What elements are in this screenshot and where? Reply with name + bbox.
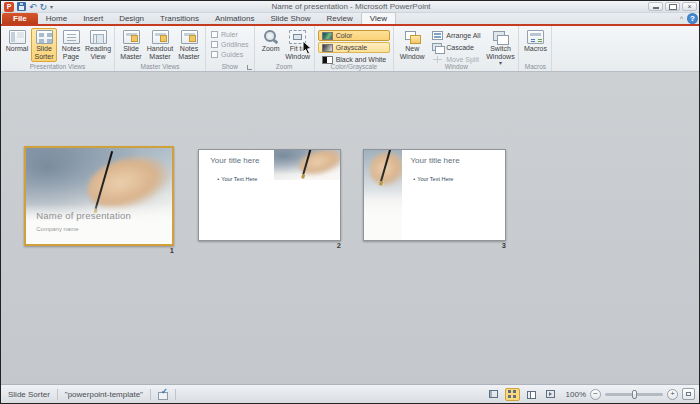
group-label-show: Show (206, 63, 254, 70)
slide-sorter-shortcut[interactable] (505, 388, 520, 401)
cascade-button[interactable]: Cascade (428, 42, 484, 53)
slide-show-shortcut[interactable] (543, 388, 558, 401)
ribbon-view-tab: Normal Slide Sorter Notes Page Reading V… (1, 26, 700, 72)
reading-view-shortcut[interactable] (524, 388, 539, 401)
slide-number: 2 (337, 241, 341, 250)
handout-master-button[interactable]: Handout Master (145, 28, 175, 62)
undo-icon[interactable]: ↶ (29, 2, 37, 12)
grayscale-button[interactable]: Grayscale (318, 42, 391, 53)
slide-sorter-icon (36, 30, 53, 44)
normal-view-icon (489, 390, 498, 398)
tab-slide-show[interactable]: Slide Show (262, 13, 318, 24)
tab-animations[interactable]: Animations (207, 13, 263, 24)
slide-bullet-text: • Your Text Here (217, 176, 257, 182)
slide-title: Your title here (210, 156, 259, 165)
close-button[interactable]: × (682, 2, 697, 11)
hand-writing-photo (274, 150, 340, 180)
group-zoom: Zoom Fit to Window Zoom (255, 26, 315, 71)
help-icon[interactable]: ? (687, 13, 698, 24)
tab-insert[interactable]: Insert (75, 13, 111, 24)
group-label-presentation-views: Presentation Views (1, 63, 114, 70)
slide-master-icon (123, 30, 140, 44)
zoom-button[interactable]: Zoom (258, 28, 284, 55)
quick-access-toolbar: P ↶ ↻ ▾ (1, 2, 53, 12)
fit-slide-to-window-button[interactable] (682, 388, 695, 400)
notes-master-button[interactable]: Notes Master (176, 28, 202, 62)
hand-writing-photo (364, 150, 402, 240)
zoom-slider-thumb[interactable] (632, 390, 637, 399)
fit-to-window-button[interactable]: Fit to Window (285, 28, 311, 62)
macros-icon (527, 30, 544, 44)
minimize-button[interactable] (648, 2, 663, 11)
slide-subtitle: Company name (36, 226, 78, 232)
checkbox-icon (211, 51, 218, 58)
title-bar: P ↶ ↻ ▾ Name of presentation - Microsoft… (1, 1, 700, 13)
group-presentation-views: Normal Slide Sorter Notes Page Reading V… (1, 26, 115, 71)
tab-view[interactable]: View (361, 12, 396, 24)
tab-file[interactable]: File (2, 13, 38, 24)
normal-view-button[interactable]: Normal (4, 28, 30, 55)
tab-design[interactable]: Design (111, 13, 152, 24)
window-title: Name of presentation - Microsoft PowerPo… (1, 2, 700, 11)
slide-thumbnail-2[interactable]: Your title here • Your Text Here (198, 149, 341, 241)
grayscale-swatch-icon (322, 44, 333, 52)
reading-view-button[interactable]: Reading View (85, 28, 111, 62)
slide-sorter-button[interactable]: Slide Sorter (31, 28, 57, 62)
color-button[interactable]: Color (318, 30, 391, 41)
zoom-level-label[interactable]: 100% (566, 390, 586, 399)
group-label-color-grayscale: Color/Grayscale (315, 63, 394, 70)
notes-page-button[interactable]: Notes Page (58, 28, 84, 62)
powerpoint-app-icon[interactable]: P (4, 2, 14, 12)
slide-title: Your title here (411, 156, 460, 165)
save-icon[interactable] (17, 2, 26, 11)
group-label-macros: Macros (519, 63, 551, 70)
group-color-grayscale: Color Grayscale Black and White Color/Gr… (315, 26, 395, 71)
ruler-checkbox[interactable]: Ruler (209, 30, 251, 39)
customize-qat-icon[interactable]: ▾ (50, 3, 53, 10)
slide-thumbnail-3[interactable]: Your title here • Your Text Here (363, 149, 506, 241)
separator (175, 389, 176, 400)
spell-check-button[interactable]: ✓ (151, 385, 175, 403)
normal-view-shortcut[interactable] (486, 388, 501, 401)
notes-page-icon (63, 30, 80, 44)
tab-review[interactable]: Review (318, 13, 360, 24)
minimize-ribbon-icon[interactable]: ^ (680, 15, 683, 22)
slide-master-button[interactable]: Slide Master (118, 28, 144, 62)
theme-name-indicator[interactable]: "powerpoint-template" (58, 385, 150, 403)
reading-view-icon (527, 390, 536, 398)
slide-show-icon (546, 390, 555, 398)
restore-button[interactable] (665, 2, 680, 11)
slide-thumbnail-1[interactable]: Name of presentation Company name (24, 146, 174, 246)
new-window-button[interactable]: New Window (397, 28, 427, 62)
macros-button[interactable]: Macros (522, 28, 548, 55)
checkbox-icon (211, 41, 218, 48)
bullet-icon: • (413, 176, 415, 182)
tab-home[interactable]: Home (38, 13, 75, 24)
normal-view-icon (9, 30, 26, 44)
fit-to-window-icon (289, 30, 306, 44)
powerpoint-window: P ↶ ↻ ▾ Name of presentation - Microsoft… (0, 0, 700, 404)
group-label-window: Window (394, 63, 518, 70)
new-window-icon (404, 30, 421, 44)
group-show: Ruler Gridlines Guides Show (206, 26, 255, 71)
arrange-all-button[interactable]: Arrange All (428, 30, 484, 41)
zoom-in-button[interactable]: + (667, 389, 678, 400)
notes-master-icon (181, 30, 198, 44)
slide-sorter-canvas[interactable]: Name of presentation Company name 1 Your… (1, 72, 700, 386)
tab-transitions[interactable]: Transitions (152, 13, 207, 24)
group-window: New Window Arrange All Cascade Move Spli… (394, 26, 519, 71)
redo-icon[interactable]: ↻ (40, 2, 48, 12)
handout-master-icon (152, 30, 169, 44)
switch-windows-icon (492, 30, 509, 44)
slide-sorter-icon (508, 390, 517, 398)
ribbon-spacer (552, 26, 700, 71)
spell-check-icon: ✓ (158, 390, 168, 399)
view-mode-indicator[interactable]: Slide Sorter (1, 385, 57, 403)
zoom-slider[interactable] (605, 393, 663, 396)
guides-checkbox[interactable]: Guides (209, 50, 251, 59)
gridlines-checkbox[interactable]: Gridlines (209, 40, 251, 49)
reading-view-icon (90, 30, 107, 44)
magnifier-icon (262, 30, 279, 44)
zoom-out-button[interactable]: − (590, 389, 601, 400)
bullet-icon: • (217, 176, 219, 182)
